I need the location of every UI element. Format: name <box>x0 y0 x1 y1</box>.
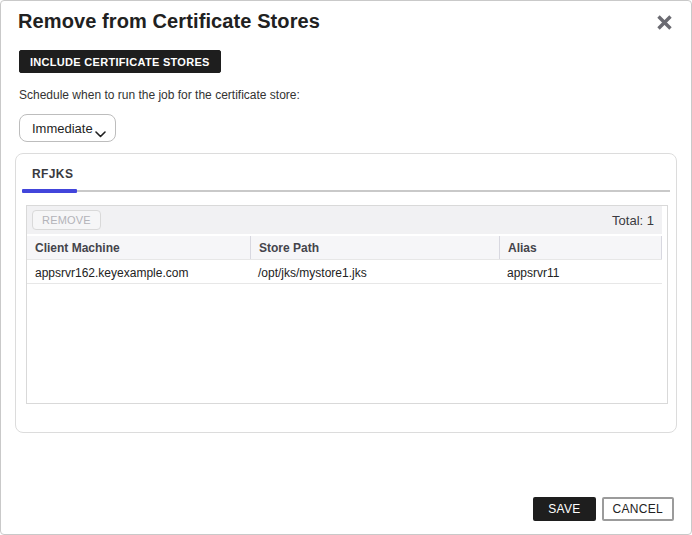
save-button[interactable]: SAVE <box>533 497 595 521</box>
tab-strip-underline <box>22 190 670 192</box>
cell-alias: appsrvr11 <box>499 260 662 283</box>
certificate-store-grid: REMOVE Total: 1 Client Machine Store Pat… <box>26 205 668 404</box>
remove-button[interactable]: REMOVE <box>32 210 101 230</box>
schedule-select-value: Immediate <box>32 121 93 136</box>
table-row[interactable]: appsrvr162.keyexample.com /opt/jks/mysto… <box>27 259 662 284</box>
active-tab-indicator <box>22 189 77 193</box>
close-button[interactable] <box>656 10 675 31</box>
dialog-footer: SAVE CANCEL <box>533 497 674 521</box>
cell-client-machine: appsrvr162.keyexample.com <box>27 260 250 283</box>
grid-header-row: Client Machine Store Path Alias <box>27 234 662 259</box>
grid-toolbar: REMOVE Total: 1 <box>27 206 662 234</box>
total-count-label: Total: 1 <box>612 213 654 228</box>
column-header-alias[interactable]: Alias <box>499 236 662 259</box>
chevron-down-icon <box>95 126 106 141</box>
dialog-header: Remove from Certificate Stores <box>1 1 691 33</box>
column-header-store-path[interactable]: Store Path <box>250 236 499 259</box>
schedule-label: Schedule when to run the job for the cer… <box>19 88 691 102</box>
close-icon <box>656 19 673 34</box>
certificate-store-panel: RFJKS REMOVE Total: 1 Client Machine Sto… <box>15 153 677 433</box>
include-certificate-stores-button[interactable]: INCLUDE CERTIFICATE STORES <box>19 50 221 73</box>
column-header-client-machine[interactable]: Client Machine <box>27 236 250 259</box>
remove-from-certificate-stores-dialog: Remove from Certificate Stores INCLUDE C… <box>0 0 692 535</box>
tab-rfjks[interactable]: RFJKS <box>32 167 73 181</box>
cancel-button[interactable]: CANCEL <box>602 497 674 521</box>
page-title: Remove from Certificate Stores <box>18 10 320 33</box>
schedule-select[interactable]: Immediate <box>19 114 116 142</box>
cell-store-path: /opt/jks/mystore1.jks <box>250 260 499 283</box>
